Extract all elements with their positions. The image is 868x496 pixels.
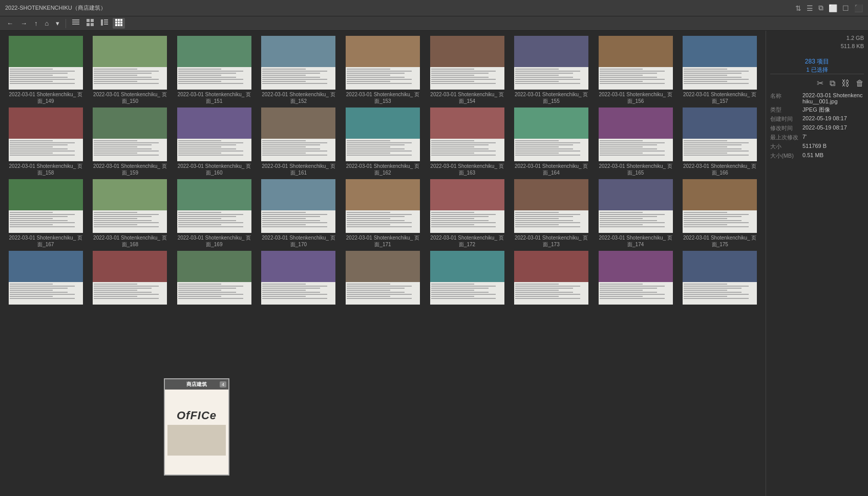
- thumb-label: 2022-03-01 Shotenkenchiku_ 页面_155: [514, 91, 588, 104]
- selected-count-text: 1 已选择: [770, 66, 864, 74]
- list-item[interactable]: 2022-03-01 Shotenkenchiku_ 页面_173: [511, 179, 592, 248]
- list-item[interactable]: 2022-03-01 Shotenkenchiku_ 页面_156: [595, 36, 676, 104]
- svg-rect-2: [72, 24, 79, 25]
- last-mod-value: 7': [802, 134, 864, 141]
- list-item[interactable]: 2022-03-01 Shotenkenchiku_ 页面_168: [90, 179, 171, 248]
- sort-icon[interactable]: ⇅: [795, 4, 801, 12]
- thumb-label: 2022-03-01 Shotenkenchiku_ 页面_149: [9, 91, 83, 104]
- name-label: 名称: [770, 92, 798, 104]
- list-item[interactable]: [595, 251, 676, 305]
- svg-rect-16: [120, 21, 122, 24]
- list-item[interactable]: 2022-03-01 Shotenkenchiku_ 页面_160: [174, 107, 255, 176]
- svg-rect-4: [91, 19, 94, 22]
- toolbar: ← → ↑ ⌂ ▾: [0, 16, 868, 31]
- list-item[interactable]: [427, 251, 508, 305]
- info-fields: 名称 2022-03-01 Shotenkenchiku__001.jpg 类型…: [770, 92, 864, 160]
- list-item[interactable]: [5, 251, 87, 305]
- list-item[interactable]: 2022-03-01 Shotenkenchiku_ 页面_149: [5, 36, 87, 104]
- svg-rect-9: [104, 21, 108, 23]
- titlebar: 2022-SHOTENKENCHIKU（商店建筑） ⇅ ☰ ⧉ ⬜ ☐ ⬛: [0, 0, 868, 16]
- list-item[interactable]: 2022-03-01 Shotenkenchiku_ 页面_172: [427, 179, 508, 248]
- storage-used: 511.8 KB: [770, 43, 864, 49]
- back-button[interactable]: ←: [4, 18, 16, 28]
- scroll-area[interactable]: 2022-03-01 Shotenkenchiku_ 页面_1492022-03…: [0, 31, 766, 496]
- detail-view-button[interactable]: [98, 18, 111, 29]
- thumb-view-button[interactable]: [113, 18, 125, 29]
- list-item[interactable]: [679, 251, 760, 305]
- list-item[interactable]: 2022-03-01 Shotenkenchiku_ 页面_154: [427, 36, 508, 104]
- modified-label: 修改时间: [770, 124, 798, 132]
- svg-rect-8: [104, 19, 108, 20]
- list-item[interactable]: [174, 251, 255, 305]
- titlebar-left: 2022-SHOTENKENCHIKU（商店建筑）: [5, 4, 106, 12]
- type-value: JPEG 图像: [802, 106, 864, 114]
- list-item[interactable]: 2022-03-01 Shotenkenchiku_ 页面_163: [427, 107, 508, 176]
- list-item[interactable]: 2022-03-01 Shotenkenchiku_ 页面_150: [90, 36, 171, 104]
- svg-rect-15: [118, 21, 120, 24]
- fullscreen-icon[interactable]: ⬛: [854, 4, 863, 12]
- svg-rect-6: [91, 23, 94, 26]
- created-label: 创建时间: [770, 115, 798, 123]
- preview-popup: 4商店建筑OfFICe: [164, 378, 229, 476]
- list-item[interactable]: 2022-03-01 Shotenkenchiku_ 页面_152: [258, 36, 340, 104]
- forward-button[interactable]: →: [18, 18, 30, 28]
- list-item[interactable]: [258, 251, 340, 305]
- thumb-label: 2022-03-01 Shotenkenchiku_ 页面_173: [514, 234, 588, 248]
- list-item[interactable]: 2022-03-01 Shotenkenchiku_ 页面_159: [90, 107, 171, 176]
- copy-action-icon[interactable]: ⧉: [830, 79, 835, 88]
- thumb-label: 2022-03-01 Shotenkenchiku_ 页面_166: [683, 163, 757, 176]
- list-item[interactable]: [511, 251, 592, 305]
- thumb-label: 2022-03-01 Shotenkenchiku_ 页面_159: [93, 163, 167, 176]
- list-item[interactable]: 2022-03-01 Shotenkenchiku_ 页面_155: [511, 36, 592, 104]
- list-item[interactable]: 2022-03-01 Shotenkenchiku_ 页面_167: [5, 179, 87, 248]
- list-item[interactable]: 2022-03-01 Shotenkenchiku_ 页面_151: [174, 36, 255, 104]
- grid-view-button[interactable]: [84, 18, 96, 29]
- list-item[interactable]: 2022-03-01 Shotenkenchiku_ 页面_162: [342, 107, 424, 176]
- copy-icon[interactable]: ⧉: [818, 4, 823, 12]
- thumb-label: 2022-03-01 Shotenkenchiku_ 页面_172: [430, 234, 504, 248]
- thumb-label: 2022-03-01 Shotenkenchiku_ 页面_175: [683, 234, 757, 248]
- list-view-button[interactable]: [70, 18, 82, 29]
- svg-rect-19: [120, 24, 122, 26]
- list-item[interactable]: 2022-03-01 Shotenkenchiku_ 页面_174: [595, 179, 676, 248]
- thumb-label: 2022-03-01 Shotenkenchiku_ 页面_154: [430, 91, 504, 104]
- list-item[interactable]: 2022-03-01 Shotenkenchiku_ 页面_153: [342, 36, 424, 104]
- type-label: 类型: [770, 106, 798, 114]
- share-icon[interactable]: ⛓: [841, 79, 850, 88]
- list-item[interactable]: 2022-03-01 Shotenkenchiku_ 页面_165: [595, 107, 676, 176]
- list-item[interactable]: 2022-03-01 Shotenkenchiku_ 页面_164: [511, 107, 592, 176]
- thumb-label: 2022-03-01 Shotenkenchiku_ 页面_158: [9, 163, 83, 176]
- list-item[interactable]: 2022-03-01 Shotenkenchiku_ 页面_170: [258, 179, 340, 248]
- svg-rect-10: [104, 24, 108, 25]
- window-icon[interactable]: ☐: [842, 4, 849, 12]
- list-item[interactable]: [90, 251, 171, 305]
- list-item[interactable]: 2022-03-01 Shotenkenchiku_ 页面_157: [679, 36, 760, 104]
- thumb-label: 2022-03-01 Shotenkenchiku_ 页面_153: [346, 91, 420, 104]
- svg-rect-13: [120, 19, 122, 21]
- list-icon[interactable]: ☰: [807, 4, 813, 12]
- list-item[interactable]: 2022-03-01 Shotenkenchiku_ 页面_158: [5, 107, 87, 176]
- delete-icon[interactable]: 🗑: [856, 79, 864, 88]
- list-item[interactable]: 2022-03-01 Shotenkenchiku_ 页面_171: [342, 179, 424, 248]
- list-item[interactable]: 2022-03-01 Shotenkenchiku_ 页面_161: [258, 107, 340, 176]
- home-button[interactable]: ⌂: [43, 18, 52, 28]
- list-item[interactable]: 2022-03-01 Shotenkenchiku_ 页面_166: [679, 107, 760, 176]
- thumb-label: 2022-03-01 Shotenkenchiku_ 页面_164: [514, 163, 588, 176]
- divider: [770, 74, 864, 74]
- cut-icon[interactable]: ✂: [817, 78, 823, 88]
- svg-rect-11: [115, 19, 117, 21]
- nav-dropdown-button[interactable]: ▾: [53, 18, 62, 28]
- up-button[interactable]: ↑: [32, 18, 40, 28]
- thumb-label: 2022-03-01 Shotenkenchiku_ 页面_161: [261, 163, 335, 176]
- list-item[interactable]: 2022-03-01 Shotenkenchiku_ 页面_169: [174, 179, 255, 248]
- thumb-label: 2022-03-01 Shotenkenchiku_ 页面_171: [346, 234, 420, 248]
- list-item[interactable]: 2022-03-01 Shotenkenchiku_ 页面_175: [679, 179, 760, 248]
- list-item[interactable]: [342, 251, 424, 305]
- expand-icon[interactable]: ⬜: [829, 4, 837, 12]
- name-value: 2022-03-01 Shotenkenchiku__001.jpg: [802, 92, 864, 104]
- info-actions: ✂ ⧉ ⛓ 🗑: [770, 78, 864, 88]
- thumb-label: 2022-03-01 Shotenkenchiku_ 页面_157: [683, 91, 757, 104]
- thumb-label: 2022-03-01 Shotenkenchiku_ 页面_152: [261, 91, 335, 104]
- thumbnail-grid: 2022-03-01 Shotenkenchiku_ 页面_1492022-03…: [5, 36, 760, 248]
- svg-rect-7: [101, 19, 103, 26]
